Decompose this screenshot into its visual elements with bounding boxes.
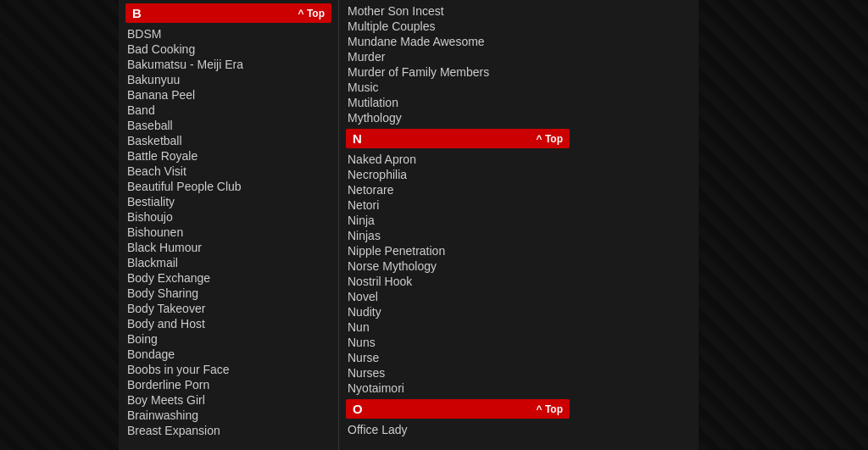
main-content: B ^ Top BDSMBad CookingBakumatsu - Meiji… — [0, 0, 868, 450]
list-item[interactable]: Body Takeover — [125, 301, 331, 316]
list-item[interactable]: Brainwashing — [125, 408, 331, 423]
b-items-list: BDSMBad CookingBakumatsu - Meiji EraBaku… — [125, 26, 331, 438]
list-item[interactable]: Battle Royale — [125, 148, 331, 164]
list-item[interactable]: Mother Son Incest — [346, 3, 570, 19]
list-item[interactable]: Borderline Porn — [125, 377, 331, 392]
m-items-list: Mother Son IncestMultiple CouplesMundane… — [346, 3, 570, 125]
list-item[interactable]: Breast Expansion — [125, 423, 331, 438]
list-item[interactable]: Basketball — [125, 133, 331, 148]
list-item[interactable]: Beach Visit — [125, 164, 331, 179]
section-header-o[interactable]: O ^ Top — [346, 399, 570, 419]
columns-wrapper: B ^ Top BDSMBad CookingBakumatsu - Meiji… — [119, 0, 698, 450]
list-item[interactable]: Nudity — [346, 304, 570, 319]
list-item[interactable]: Black Humour — [125, 240, 331, 255]
list-item[interactable]: Boy Meets Girl — [125, 392, 331, 408]
list-item[interactable]: Netori — [346, 197, 570, 213]
list-item[interactable]: BDSM — [125, 26, 331, 42]
list-item[interactable]: Body Sharing — [125, 286, 331, 301]
section-header-n[interactable]: N ^ Top — [346, 129, 570, 148]
list-item[interactable]: Nurses — [346, 365, 570, 381]
list-item[interactable]: Bishoujo — [125, 209, 331, 225]
list-item[interactable]: Nun — [346, 319, 570, 335]
section-header-b[interactable]: B ^ Top — [125, 3, 331, 23]
list-item[interactable]: Necrophilia — [346, 167, 570, 182]
list-item[interactable]: Beautiful People Club — [125, 179, 331, 194]
list-item[interactable]: Body Exchange — [125, 270, 331, 286]
list-item[interactable]: Music — [346, 80, 570, 95]
list-item[interactable]: Blackmail — [125, 255, 331, 270]
list-item[interactable]: Banana Peel — [125, 87, 331, 103]
section-letter-o: O — [353, 402, 363, 416]
section-letter-b: B — [132, 6, 142, 20]
list-item[interactable]: Netorare — [346, 182, 570, 197]
list-item[interactable]: Boobs in your Face — [125, 362, 331, 377]
list-item[interactable]: Bestiality — [125, 194, 331, 209]
list-item[interactable]: Naked Apron — [346, 152, 570, 167]
list-item[interactable]: Bad Cooking — [125, 42, 331, 57]
list-item[interactable]: Nostril Hook — [346, 274, 570, 289]
list-item[interactable]: Ninja — [346, 213, 570, 228]
list-item[interactable]: Ninjas — [346, 228, 570, 243]
list-item[interactable]: Body and Host — [125, 316, 331, 331]
list-item[interactable]: Novel — [346, 289, 570, 304]
list-item[interactable]: Mutilation — [346, 95, 570, 110]
list-item[interactable]: Norse Mythology — [346, 258, 570, 274]
list-item[interactable]: Murder — [346, 49, 570, 64]
top-link-b[interactable]: ^ Top — [298, 8, 325, 19]
list-item[interactable]: Mundane Made Awesome — [346, 34, 570, 49]
list-item[interactable]: Office Lady — [346, 422, 570, 437]
list-item[interactable]: Nipple Penetration — [346, 243, 570, 258]
list-item[interactable]: Nyotaimori — [346, 381, 570, 396]
top-link-o[interactable]: ^ Top — [537, 403, 563, 415]
list-item[interactable]: Bakumatsu - Meiji Era — [125, 57, 331, 72]
list-item[interactable]: Band — [125, 103, 331, 118]
list-item[interactable]: Baseball — [125, 118, 331, 133]
list-item[interactable]: Multiple Couples — [346, 19, 570, 34]
list-item[interactable]: Boing — [125, 331, 331, 347]
column-b: B ^ Top BDSMBad CookingBakumatsu - Meiji… — [119, 0, 339, 450]
n-items-list: Naked ApronNecrophiliaNetorareNetoriNinj… — [346, 152, 570, 396]
top-link-n[interactable]: ^ Top — [537, 133, 563, 145]
o-items-list: Office Lady — [346, 422, 570, 437]
column-mno: Mother Son IncestMultiple CouplesMundane… — [339, 0, 576, 450]
list-item[interactable]: Mythology — [346, 110, 570, 125]
list-item[interactable]: Bondage — [125, 347, 331, 362]
list-item[interactable]: Nuns — [346, 335, 570, 350]
right-panel — [698, 0, 868, 450]
list-item[interactable]: Nurse — [346, 350, 570, 365]
list-item[interactable]: Murder of Family Members — [346, 64, 570, 80]
list-item[interactable]: Bakunyuu — [125, 72, 331, 87]
list-item[interactable]: Bishounen — [125, 225, 331, 240]
left-sidebar — [0, 0, 119, 450]
section-letter-n: N — [353, 131, 362, 146]
